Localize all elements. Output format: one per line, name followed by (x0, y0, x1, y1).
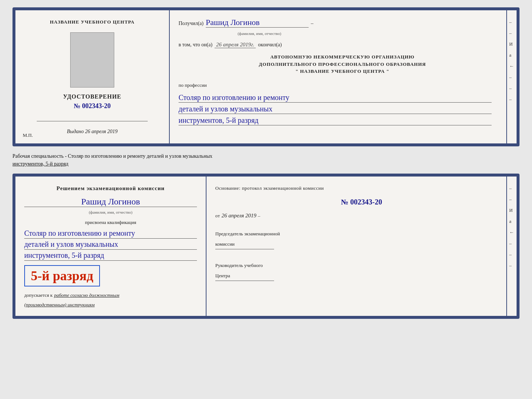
cert2-rukovoditel-label2: Центра (215, 272, 508, 279)
cert2-number: № 002343-20 (215, 198, 508, 206)
cert1-vtom-label: в том, что он(а) (179, 42, 212, 48)
cert1-po-professii: по профессии (179, 82, 506, 88)
cert2-rank-box: 5-й разряд (24, 265, 100, 286)
cert1-poluchil-label: Получил(а) (179, 21, 204, 26)
cert2-right-panel: Основание: протокол экзаменационной коми… (206, 177, 517, 316)
cert2-date-row: от 26 апреля 2019 – (215, 212, 508, 220)
specialty-text-block: Рабочая специальность - Столяр по изгото… (12, 152, 520, 168)
cert1-right-panel: Получил(а) Рашид Логинов – (фамилия, имя… (170, 10, 517, 143)
cert1-org-line3: " НАЗВАНИЕ УЧЕБНОГО ЦЕНТРА " (179, 68, 506, 75)
cert1-org-line1: АВТОНОМНУЮ НЕКОММЕРЧЕСКУЮ ОРГАНИЗАЦИЮ (179, 53, 506, 61)
cert2-predsedatel-block: Председатель экзаменационной комиссии (215, 227, 508, 249)
cert2-qual-line2: деталей и узлов музыкальных (24, 239, 197, 250)
cert1-photo (70, 32, 114, 88)
cert1-dash: – (311, 21, 313, 26)
cert2-left-panel: Решением экзаменационной комиссии Рашид … (15, 177, 206, 316)
cert1-mp: М.П. (23, 132, 33, 138)
specialty-suffix: инструментов, 5-й разряд (12, 161, 68, 167)
cert2-predsedatel-label: Председатель экзаменационной (215, 230, 508, 238)
cert2-osnovanie-label: Основание: протокол экзаменационной коми… (215, 185, 508, 192)
cert1-name-handwritten: Рашид Логинов (206, 18, 309, 28)
cert2-edge: – – И а ← – – – (506, 177, 517, 316)
cert2-rukovoditel-block: Руководитель учебного Центра (215, 259, 508, 281)
cert2-dopusk-prefix: допускается к (24, 292, 53, 298)
cert1-profession-line3: инструментов, 5-й разряд (179, 115, 492, 125)
cert2-dopusk-row: допускается к работе согласно должностны… (24, 292, 197, 298)
cert2-qual-line1: Столяр по изготовлению и ремонту (24, 228, 197, 239)
cert2-qual-block: Столяр по изготовлению и ремонту деталей… (24, 228, 197, 261)
cert1-edge-letters: – – И а ← – – – (508, 18, 515, 104)
cert1-vtom-date: 26 апреля 2019г. (215, 42, 256, 48)
cert2-dopusk-row2: (производственным) инструкциям (24, 301, 197, 308)
cert1-name-subtitle: (фамилия, имя, отчество) (208, 31, 311, 36)
certificate-1: НАЗВАНИЕ УЧЕБНОГО ЦЕНТРА УДОСТОВЕРЕНИЕ №… (12, 7, 520, 146)
cert2-edge-letters: – – И а ← – – – (508, 184, 515, 270)
specialty-prefix: Рабочая специальность - Столяр по изгото… (12, 153, 212, 159)
cert1-number: № 002343-20 (74, 102, 111, 110)
cert1-profession-line2: деталей и узлов музыкальных (179, 104, 492, 114)
cert1-separator-line (37, 121, 148, 121)
cert2-prisvoena-label: присвоена квалификация (24, 220, 197, 225)
certificate-2: Решением экзаменационной комиссии Рашид … (12, 174, 520, 319)
cert2-rank-text: 5-й разряд (31, 268, 93, 283)
cert2-predsedatel-line (215, 249, 274, 249)
cert2-name-subtitle: (фамилия, имя, отчество) (24, 210, 197, 214)
cert1-school-name: НАЗВАНИЕ УЧЕБНОГО ЦЕНТРА (50, 19, 135, 25)
cert2-heading: Решением экзаменационной комиссии (24, 185, 197, 192)
cert1-edge: – – И а ← – – – (506, 10, 517, 143)
cert2-dopusk-italic2: (производственным) инструкциям (24, 302, 95, 307)
cert1-profession-line1: Столяр по изготовлению и ремонту (179, 93, 492, 103)
cert2-ot-date: 26 апреля 2019 (222, 213, 256, 219)
cert1-org-block: АВТОНОМНУЮ НЕКОММЕРЧЕСКУЮ ОРГАНИЗАЦИЮ ДО… (179, 53, 506, 75)
cert1-recipient-row: Получил(а) Рашид Логинов – (179, 18, 506, 28)
cert2-name-handwritten: Рашид Логинов (24, 197, 197, 207)
cert2-predsedatel-label2: комиссии (215, 241, 508, 248)
cert1-org-line2: ДОПОЛНИТЕЛЬНОГО ПРОФЕССИОНАЛЬНОГО ОБРАЗО… (179, 61, 506, 68)
cert1-left-panel: НАЗВАНИЕ УЧЕБНОГО ЦЕНТРА УДОСТОВЕРЕНИЕ №… (15, 10, 170, 143)
cert2-rukovoditel-label: Руководитель учебного (215, 262, 508, 269)
cert2-ot-label: от (215, 212, 220, 220)
cert1-okonchil-label: окончил(а) (258, 42, 282, 48)
cert2-dopusk-italic: работе согласно должностным (54, 292, 119, 298)
cert2-qual-line3: инструментов, 5-й разряд (24, 250, 197, 261)
cert2-rukovoditel-line (215, 281, 274, 281)
cert1-vydano: Выдано 26 апреля 2019 (67, 129, 118, 135)
cert1-udostoverenie-label: УДОСТОВЕРЕНИЕ (63, 93, 122, 100)
cert1-vtom-row: в том, что он(а) 26 апреля 2019г. окончи… (179, 42, 506, 48)
cert1-profession-block: Столяр по изготовлению и ремонту деталей… (179, 92, 506, 125)
